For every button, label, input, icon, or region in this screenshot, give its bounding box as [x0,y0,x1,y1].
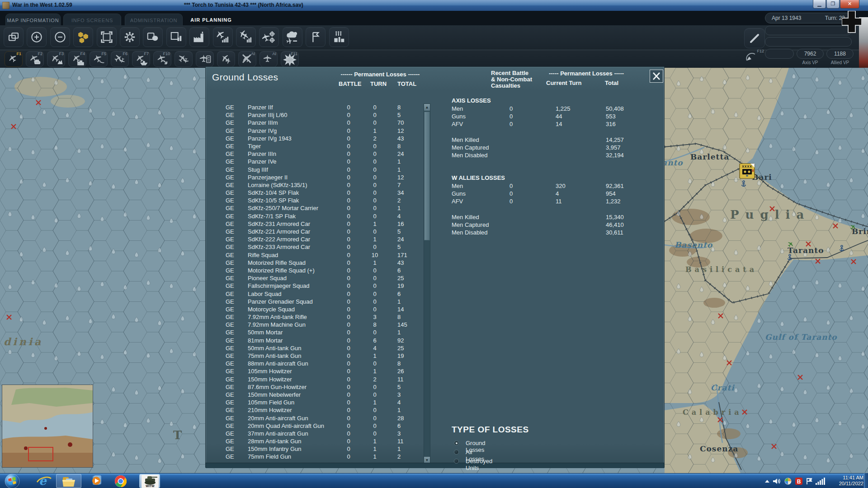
loss-table-row: GE75mm Field Gun012 [222,453,423,460]
army-hq-unit-counter[interactable]: XXXX [740,164,755,178]
window-bars-icon [170,30,183,44]
bomb-city-button[interactable]: F4 [68,51,86,67]
map-label-basento: Basento [675,240,713,249]
table-scrollbar[interactable]: ▲ ▼ [424,103,430,464]
zoom-out-button[interactable] [50,27,70,47]
loss-table-row: GEPanzer IVg 19430243 [222,135,423,142]
ground-losses-table[interactable]: GEPanzer IIf008GEPanzer IIIj L/60005GEPa… [222,103,423,464]
scroll-up-arrow[interactable]: ▲ [424,104,430,111]
close-window-button[interactable]: ✕ [840,0,859,9]
overlap-windows-button[interactable] [4,27,24,47]
radio-button[interactable] [454,441,459,446]
bomb-airfield-button[interactable]: F3 [47,51,65,67]
loss-summary-row: Guns04954 [452,190,664,197]
air-transport-button[interactable]: F10 [153,51,171,67]
antivirus-icon[interactable]: B [795,477,803,485]
loss-table-row: GE20mm Quad Anti-aircraft Gun006 [222,422,423,430]
loss-summary-row: AFV014316 [452,120,664,128]
jump-box-button[interactable] [97,27,117,47]
set-ai-button[interactable]: AI [259,51,278,67]
scrollbar-thumb[interactable] [424,112,430,240]
factory-production-button[interactable] [189,27,209,47]
loss-table-row: GESdKfz-10/5 SP Flak002 [222,197,423,204]
stand-down-button[interactable]: F11 [281,51,299,67]
axis-losses-section: AXIS LOSSESMen01,22550,408Guns044553AFV0… [452,97,664,159]
loss-table-row: GE150mm Howitzer0211 [222,375,423,383]
air-targets-button[interactable] [259,27,279,47]
window-title: War in the West 1.02.59 [12,2,72,8]
loss-table-row: GEPanzer IIIm0070 [222,119,423,127]
app-icon [2,2,9,9]
loss-table-row: GE7.92mm Anti-tank Rifle038 [222,313,423,321]
window-bars-button[interactable] [166,27,186,47]
air-transfer-button[interactable]: F6 [111,51,129,67]
air-doctrine-button[interactable] [196,51,214,67]
tray-expand-icon[interactable] [764,479,770,484]
updates-icon[interactable] [784,477,792,485]
air-recon-button[interactable] [213,27,233,47]
mini-map[interactable] [2,385,93,468]
maximize-button[interactable]: ❐ [826,0,840,9]
ground-support-button[interactable]: F2 [26,51,44,67]
compass-f12-button[interactable]: F12 [742,49,765,67]
f12-label: F12 [757,49,764,53]
media-player-button[interactable] [85,474,108,488]
witw-game-button[interactable]: WITW [139,474,160,488]
loss-table-row: GESdKfz-250/7 Mortar Carrier001 [222,204,423,212]
axis-vp-label: Axis VP [797,60,824,65]
chrome-button[interactable] [109,474,132,488]
settings-gear-button[interactable] [120,27,140,47]
counters-toggle-button[interactable] [143,27,163,47]
loss-table-row: GEPanzer IIIn0024 [222,150,423,158]
loss-table-row: GEPioneer Squad0025 [222,274,423,282]
loss-total-row: Men Killed15,340 [452,213,664,221]
col-turn: TURN [370,80,387,87]
zoom-in-button[interactable] [27,27,47,47]
radio-label: Destroyed Units [466,458,492,471]
file-explorer-button[interactable] [56,474,81,488]
auto-assign-button[interactable] [217,51,235,67]
start-button[interactable] [2,474,23,488]
loss-table-row: GELorraine (SdKfz-135/1)007 [222,181,423,189]
internet-explorer-button[interactable]: e [33,474,55,488]
radio-button[interactable] [454,450,459,455]
loss-table-row: GEPanzer IVe001 [222,158,423,165]
loss-table-row: GESdKfz-222 Armored Car0124 [222,235,423,243]
volume-icon[interactable] [772,477,781,485]
weather-button[interactable] [283,27,302,47]
internet-explorer-icon: e [36,474,52,488]
loss-table-row: GE105mm Field Gun014 [222,399,423,406]
air-intercept-button[interactable] [236,27,256,47]
edit-pencil-button[interactable] [744,28,765,48]
dialog-close-button[interactable] [650,70,663,83]
axis-faction-cross-icon [842,11,868,74]
map-label-crati: Crati [711,383,735,392]
counters-toggle-icon [146,30,160,44]
loss-table-row: GE37mm Anti-aircraft Gun003 [222,430,423,437]
loss-table-row: GE28mm Anti-tank Gun0111 [222,437,423,445]
action-center-flag-icon[interactable] [806,478,814,485]
naval-patrol-button[interactable]: F7 [132,51,150,67]
loss-table-row: GE210mm Howitzer001 [222,406,423,414]
clear-ai-button[interactable]: AI [238,51,256,67]
air-targets-icon [262,30,276,44]
city-production-button[interactable] [329,27,349,47]
show-desktop-button[interactable] [864,473,868,488]
loss-table-row: GE88mm Anti-aircraft Gun008 [222,360,423,367]
col-total-right: Total [605,80,618,86]
air-recon-directive-button[interactable]: F5 [90,51,108,67]
loss-table-row: GE20mm Anti-aircraft Gun0028 [222,414,423,422]
map-label-taranto: Taranto [788,246,824,255]
minimize-button[interactable]: ▁ [813,0,826,9]
svg-text:XXXX: XXXX [742,165,752,168]
system-clock[interactable]: 11:41 AM 20/11/2022 [823,475,863,487]
dialog-title: Ground Losses [212,72,278,83]
witw-tank-icon: WITW [142,475,159,488]
close-icon [650,70,663,82]
hex-filter-button[interactable] [73,27,93,47]
air-sweep-button[interactable] [175,51,193,67]
air-directive-button[interactable]: F1 [5,51,23,67]
flag-button[interactable] [306,27,326,47]
clock-time: 11:41 AM [823,475,863,481]
radio-button[interactable] [454,459,459,464]
